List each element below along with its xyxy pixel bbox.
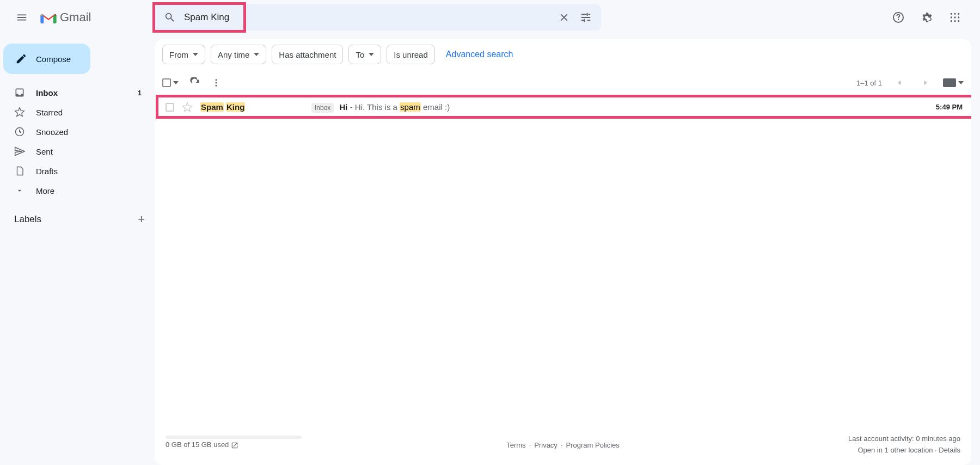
filter-is-unread[interactable]: Is unread: [387, 45, 435, 64]
settings-button[interactable]: [915, 5, 939, 29]
svg-point-0: [925, 16, 928, 19]
compose-label: Compose: [36, 54, 71, 64]
details-text[interactable]: Open in 1 other location · Details: [848, 445, 960, 456]
gmail-logo[interactable]: Gmail: [40, 10, 91, 25]
sidebar-item-label: More: [36, 186, 54, 195]
pagination-text: 1–1 of 1: [856, 79, 882, 87]
svg-point-6: [958, 16, 959, 18]
caret-down-icon: [254, 53, 259, 56]
sidebar-item-sent[interactable]: Sent: [0, 142, 155, 161]
email-row[interactable]: Spam King Inbox Hi - Hi. This is a spam …: [155, 96, 971, 118]
sidebar-item-label: Starred: [36, 108, 63, 117]
email-time: 5:49 PM: [936, 103, 963, 111]
star-icon: [14, 107, 25, 118]
email-sender: Spam King: [200, 102, 304, 112]
compose-button[interactable]: Compose: [3, 44, 90, 74]
filter-to[interactable]: To: [348, 45, 381, 64]
sidebar-item-label: Sent: [36, 147, 53, 156]
pencil-icon: [15, 53, 27, 65]
search-input[interactable]: [181, 12, 553, 23]
caret-down-icon: [958, 81, 964, 84]
apps-button[interactable]: [943, 5, 967, 29]
privacy-link[interactable]: Privacy: [534, 441, 558, 449]
inbox-count: 1: [138, 89, 142, 97]
row-checkbox[interactable]: [166, 103, 174, 112]
prev-page-button[interactable]: [891, 74, 908, 91]
svg-point-3: [958, 13, 959, 15]
main-menu-button[interactable]: [9, 4, 35, 30]
labels-heading: Labels: [14, 214, 41, 225]
sidebar-item-starred[interactable]: Starred: [0, 102, 155, 122]
filter-from[interactable]: From: [162, 45, 205, 64]
svg-point-8: [954, 20, 955, 22]
caret-down-icon: [193, 53, 198, 56]
svg-point-1: [951, 13, 952, 15]
keyboard-icon: [943, 78, 956, 87]
next-page-button[interactable]: [917, 74, 934, 91]
inbox-label: Inbox: [311, 103, 334, 113]
sidebar-item-label: Inbox: [36, 88, 58, 97]
svg-point-11: [216, 79, 217, 81]
filter-any-time[interactable]: Any time: [211, 45, 266, 64]
search-icon[interactable]: [159, 7, 181, 28]
sidebar-item-label: Snoozed: [36, 127, 68, 137]
gmail-logo-text: Gmail: [60, 10, 91, 25]
sidebar-item-drafts[interactable]: Drafts: [0, 161, 155, 181]
create-label-button[interactable]: +: [138, 212, 145, 227]
sidebar-item-snoozed[interactable]: Snoozed: [0, 122, 155, 142]
storage-text: 0 GB of 15 GB used: [166, 440, 238, 449]
terms-link[interactable]: Terms: [506, 441, 525, 449]
svg-point-7: [951, 20, 952, 22]
svg-point-9: [958, 20, 959, 22]
support-button[interactable]: [886, 5, 910, 29]
file-icon: [14, 166, 25, 176]
svg-point-2: [954, 13, 955, 15]
external-link-icon: [231, 442, 238, 449]
email-summary: Inbox Hi - Hi. This is a spam email :): [311, 102, 450, 112]
refresh-button[interactable]: [189, 77, 200, 88]
caret-down-icon: [369, 53, 374, 56]
more-button[interactable]: [211, 78, 221, 88]
svg-point-12: [216, 82, 217, 84]
star-toggle[interactable]: [182, 102, 193, 113]
svg-point-13: [216, 85, 217, 87]
caret-down-icon: [173, 81, 179, 84]
search-box: [155, 4, 601, 30]
search-options-button[interactable]: [575, 7, 597, 28]
select-all-checkbox[interactable]: [162, 78, 179, 87]
input-tools-button[interactable]: [943, 78, 964, 87]
filter-has-attachment[interactable]: Has attachment: [272, 45, 343, 64]
send-icon: [14, 146, 25, 157]
clear-search-button[interactable]: [553, 7, 575, 28]
sidebar-item-more[interactable]: More: [0, 181, 155, 200]
chevron-down-icon: [14, 186, 25, 195]
sidebar-item-inbox[interactable]: Inbox 1: [0, 83, 155, 102]
svg-point-4: [951, 16, 952, 18]
clock-icon: [14, 126, 25, 137]
policies-link[interactable]: Program Policies: [566, 441, 620, 449]
inbox-icon: [14, 87, 25, 98]
advanced-search-link[interactable]: Advanced search: [446, 50, 513, 59]
svg-point-5: [954, 16, 955, 18]
sidebar-item-label: Drafts: [36, 167, 58, 176]
activity-text: Last account activity: 0 minutes ago: [848, 433, 960, 445]
gmail-logo-icon: [40, 11, 57, 23]
